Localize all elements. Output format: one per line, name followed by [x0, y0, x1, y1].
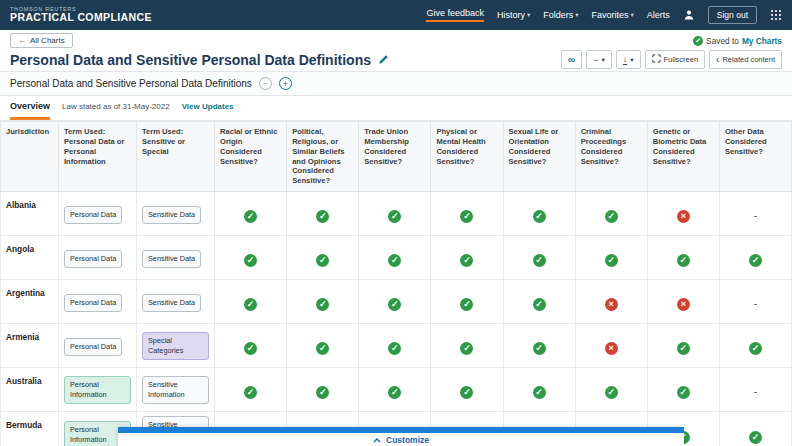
- sensitive-no-icon: ×: [605, 342, 618, 355]
- sensitive-yes-icon: ✓: [677, 386, 690, 399]
- sign-out-button[interactable]: Sign out: [708, 6, 757, 24]
- app-root: THOMSON REUTERS PRACTICAL COMPLIANCE Giv…: [0, 0, 792, 446]
- fullscreen-button[interactable]: Fullscreen: [645, 50, 706, 69]
- saved-check-icon: ✓: [693, 36, 703, 46]
- history-menu[interactable]: History ▾: [497, 10, 530, 20]
- flag-cell: ×: [647, 280, 719, 324]
- annotations-button[interactable]: − ▾: [586, 50, 612, 69]
- alerts-link[interactable]: Alerts: [647, 10, 670, 20]
- flag-cell: ✓: [719, 412, 791, 446]
- saved-prefix-label: Saved to: [706, 36, 739, 46]
- app-grid-icon[interactable]: [770, 9, 782, 21]
- flag-cell: ✓: [287, 236, 359, 280]
- flag-cell: ✓: [575, 368, 647, 412]
- sensitive-yes-icon: ✓: [533, 342, 546, 355]
- term-personal-cell: Personal Data: [59, 192, 137, 236]
- all-charts-button[interactable]: ← All Charts: [10, 33, 73, 48]
- related-content-button[interactable]: ‹ Related content: [709, 50, 782, 69]
- flag-cell: ✓: [287, 324, 359, 368]
- customize-label: Customize: [386, 435, 429, 445]
- view-updates-link[interactable]: View Updates: [182, 102, 234, 111]
- all-charts-label: All Charts: [30, 36, 65, 45]
- sensitive-yes-icon: ✓: [244, 210, 257, 223]
- flag-cell: ×: [575, 280, 647, 324]
- edit-title-icon[interactable]: [378, 54, 389, 65]
- download-button[interactable]: ↓ ▾: [616, 50, 641, 69]
- sensitive-yes-icon: ✓: [388, 254, 401, 267]
- definitions-table: JurisdictionTerm Used: Personal Data or …: [0, 121, 792, 446]
- flag-cell: -: [719, 368, 791, 412]
- jurisdiction-cell: Argentina: [1, 280, 59, 324]
- flag-cell: ✓: [359, 280, 431, 324]
- give-feedback-link[interactable]: Give feedback: [426, 8, 484, 22]
- chart-actions: ∞ − ▾ ↓ ▾ Fullscreen ‹: [561, 50, 782, 69]
- chart-meta-row: Overview Law stated as of 31-May-2022 Vi…: [0, 96, 792, 121]
- related-content-label: Related content: [722, 55, 775, 64]
- sensitive-yes-icon: ✓: [316, 386, 329, 399]
- table-row: AustraliaPersonal InformationSensitive I…: [1, 368, 792, 412]
- sensitive-yes-icon: ✓: [460, 298, 473, 311]
- flag-cell: -: [719, 192, 791, 236]
- column-header-2: Term Used: Sensitive or Special: [137, 122, 215, 192]
- brand-logo[interactable]: THOMSON REUTERS PRACTICAL COMPLIANCE: [10, 7, 152, 24]
- term-chip: Sensitive Information: [142, 376, 209, 404]
- sensitive-yes-icon: ✓: [605, 386, 618, 399]
- flag-cell: ✓: [575, 236, 647, 280]
- sensitive-no-icon: ×: [605, 298, 618, 311]
- sensitive-yes-icon: ✓: [244, 254, 257, 267]
- minus-icon: −: [593, 55, 598, 65]
- plus-circle-button[interactable]: +: [279, 77, 292, 90]
- term-chip: Special Categories: [142, 332, 209, 360]
- term-personal-cell: Personal Information: [59, 368, 137, 412]
- flag-cell: ✓: [503, 324, 575, 368]
- folders-menu[interactable]: Folders ▾: [543, 10, 578, 20]
- column-header-3: Racial or Ethnic Origin Considered Sensi…: [215, 122, 287, 192]
- sensitive-yes-icon: ✓: [605, 210, 618, 223]
- column-header-10: Other Data Considered Sensitive?: [719, 122, 791, 192]
- flag-cell: ✓: [431, 236, 503, 280]
- flag-cell: ✓: [215, 368, 287, 412]
- tab-overview[interactable]: Overview: [10, 101, 50, 120]
- user-profile-icon[interactable]: [683, 9, 695, 21]
- sensitive-yes-icon: ✓: [749, 431, 762, 444]
- flag-cell: ✓: [431, 280, 503, 324]
- top-nav-links: Give feedback History ▾ Folders ▾ Favori…: [426, 6, 782, 24]
- sensitive-no-icon: ×: [677, 210, 690, 223]
- flag-cell: ✓: [215, 192, 287, 236]
- chart-panel-header: Personal Data and Sensitive Personal Dat…: [0, 71, 792, 96]
- chevron-down-icon: ▾: [527, 11, 530, 19]
- flag-cell: ✓: [503, 280, 575, 324]
- flag-cell: -: [719, 280, 791, 324]
- term-personal-cell: Personal Data: [59, 324, 137, 368]
- jurisdiction-cell: Albania: [1, 192, 59, 236]
- flag-cell: ✓: [359, 324, 431, 368]
- column-header-7: Sexual Life or Orientation Considered Se…: [503, 122, 575, 192]
- not-applicable-dash: -: [749, 385, 762, 398]
- flag-cell: ✓: [719, 324, 791, 368]
- my-charts-link[interactable]: My Charts: [742, 36, 782, 46]
- term-chip: Personal Data: [64, 294, 122, 312]
- term-chip: Personal Data: [64, 250, 122, 268]
- flag-cell: ✓: [575, 192, 647, 236]
- sensitive-yes-icon: ✓: [460, 210, 473, 223]
- customize-panel-toggle[interactable]: Customize: [118, 427, 684, 446]
- jurisdiction-cell: Armenia: [1, 324, 59, 368]
- column-header-1: Term Used: Personal Data or Personal Inf…: [59, 122, 137, 192]
- brand-practical-compliance: PRACTICAL COMPLIANCE: [10, 12, 152, 23]
- flag-cell: ×: [575, 324, 647, 368]
- flag-cell: ✓: [359, 236, 431, 280]
- copy-link-button[interactable]: ∞: [561, 50, 582, 69]
- flag-cell: ✓: [359, 192, 431, 236]
- favorites-menu[interactable]: Favorites ▾: [592, 10, 634, 20]
- term-sensitive-cell: Sensitive Information: [137, 368, 215, 412]
- minus-circle-button[interactable]: −: [259, 77, 272, 90]
- flag-cell: ✓: [431, 368, 503, 412]
- column-header-4: Political, Religious, or Similar Beliefs…: [287, 122, 359, 192]
- top-navigation: THOMSON REUTERS PRACTICAL COMPLIANCE Giv…: [0, 0, 792, 30]
- sensitive-yes-icon: ✓: [605, 254, 618, 267]
- link-icon: ∞: [568, 54, 575, 65]
- column-header-5: Trade Union Membership Considered Sensit…: [359, 122, 431, 192]
- term-chip: Sensitive Data: [142, 206, 201, 224]
- jurisdiction-cell: Bermuda: [1, 412, 59, 446]
- sensitive-yes-icon: ✓: [533, 254, 546, 267]
